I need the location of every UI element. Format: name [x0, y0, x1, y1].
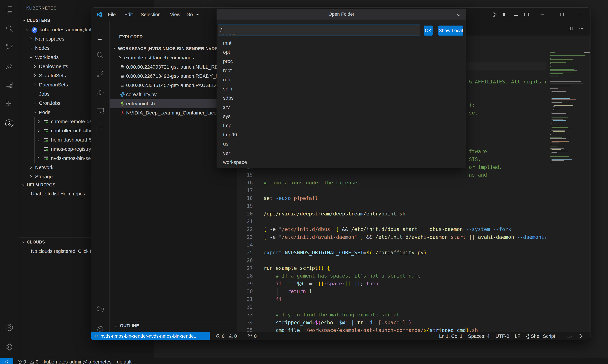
warning-count[interactable]: 0: [234, 333, 237, 339]
timeline-section-header[interactable]: TIMELINE: [110, 330, 236, 332]
chevron-down-icon: [29, 55, 33, 59]
maximize-icon[interactable]: [559, 12, 565, 17]
outline-section-header[interactable]: OUTLINE: [110, 321, 236, 330]
file-item-label: entrypoint.sh: [126, 101, 155, 106]
debug[interactable]: [5, 61, 14, 71]
menu-selection[interactable]: Selection: [138, 10, 163, 19]
explorer-icon[interactable]: [96, 32, 105, 41]
search[interactable]: [5, 24, 14, 33]
search-icon[interactable]: [96, 50, 105, 60]
error-count[interactable]: 0: [222, 333, 224, 339]
code-line: # limitations under the License.: [264, 179, 360, 187]
folder-item-usr[interactable]: usr: [217, 139, 466, 148]
chevron-right-icon: [118, 56, 122, 60]
encoding[interactable]: UTF-8: [496, 333, 509, 339]
remote-icon[interactable]: [4, 359, 10, 364]
extensions-icon[interactable]: [96, 125, 105, 134]
files[interactable]: [5, 5, 14, 14]
minimap-line: [554, 105, 573, 105]
errors-icon[interactable]: [216, 334, 221, 339]
language-mode[interactable]: {} Shell Script: [526, 333, 555, 339]
section-helm-repos[interactable]: HELM REPOS: [27, 182, 55, 188]
git[interactable]: [5, 43, 14, 52]
remote-explorer-icon[interactable]: [96, 106, 105, 116]
menu-view[interactable]: View: [167, 10, 183, 19]
copilot-icon[interactable]: [567, 333, 572, 339]
chevron-down-icon[interactable]: [22, 183, 26, 187]
toggle-secondary-sidebar-icon[interactable]: [524, 12, 529, 17]
namespace[interactable]: default: [117, 359, 131, 364]
editor-actions-more-icon[interactable]: [579, 26, 584, 31]
toggle-panel-icon[interactable]: [513, 12, 519, 17]
menu-file[interactable]: File: [105, 10, 119, 19]
remote[interactable]: [5, 80, 14, 90]
menu-more-icon[interactable]: [195, 12, 200, 17]
menu-go[interactable]: Go: [184, 10, 196, 19]
minimap-line: [552, 100, 576, 100]
cluster-context[interactable]: kubernetes-admin@kubernetes: [44, 359, 111, 364]
folder-path-input[interactable]: /: [218, 25, 420, 36]
screen: KUBERNETESCLUSTERSkubernetes-admin@kuber…: [0, 0, 608, 364]
kubernetes-icon[interactable]: [4, 118, 14, 128]
helm-repos-message: Unable to list Helm repos: [31, 191, 85, 197]
folder-item-srv[interactable]: srv: [217, 103, 466, 112]
folder-item-run[interactable]: run: [217, 75, 466, 84]
indentation[interactable]: Spaces: 4: [468, 333, 490, 339]
eol-sequence[interactable]: LF: [515, 333, 520, 339]
outer-warning-count[interactable]: 0: [36, 359, 38, 364]
chevron-down-icon[interactable]: [22, 240, 26, 244]
chevron-down-icon[interactable]: [22, 18, 26, 23]
folder-list: mediamntoptprocrootrunsbinsdpssrvsystmpt…: [217, 35, 466, 168]
folder-item-proc[interactable]: proc: [217, 57, 466, 66]
minimap-line: [552, 102, 562, 103]
chevron-right-icon: [36, 129, 41, 133]
ext[interactable]: [5, 99, 14, 108]
folder-item-media[interactable]: media: [217, 35, 466, 38]
pod-icon: [43, 137, 49, 143]
eye-icon[interactable]: [456, 12, 462, 18]
minimize-icon[interactable]: [540, 12, 545, 17]
remote-status[interactable]: nvds-nmos-bin-sender-nvds-nmos-bin-sende…: [91, 332, 210, 340]
folder-item-tmp[interactable]: tmp: [217, 121, 466, 130]
folder-item-opt[interactable]: opt: [217, 47, 466, 57]
folder-item-sbin[interactable]: sbin: [217, 84, 466, 93]
minimap-line: [550, 126, 560, 126]
folder-item-root[interactable]: root: [217, 66, 466, 75]
folder-item-mnt[interactable]: mnt: [217, 38, 466, 47]
notifications-bell-icon[interactable]: [578, 333, 583, 339]
ports-count[interactable]: 0: [254, 333, 257, 339]
show-local-button[interactable]: Show Local: [438, 26, 463, 36]
folder-item-tmp99[interactable]: tmp99: [217, 130, 466, 139]
layout-customize-icon[interactable]: [492, 12, 498, 17]
close-icon[interactable]: [578, 12, 584, 17]
pdf-icon: [120, 110, 125, 116]
folder-item-workspace[interactable]: workspace: [217, 157, 466, 167]
source-control-icon[interactable]: [96, 69, 105, 78]
outer-error-count[interactable]: 0: [23, 359, 26, 364]
folder-item-sys[interactable]: sys: [217, 112, 466, 121]
toggle-sidebar-icon[interactable]: [502, 12, 508, 17]
account-icon[interactable]: [96, 304, 105, 314]
chevron-down-icon: [33, 110, 37, 115]
open-folder-dialog: Open Folder / OK Show Local mediamntoptp…: [217, 9, 466, 168]
minimap-line: [550, 137, 562, 137]
minimap[interactable]: [546, 36, 591, 332]
folder-item-sdps[interactable]: sdps: [217, 93, 466, 103]
ok-button[interactable]: OK: [424, 26, 433, 36]
section-clusters[interactable]: CLUSTERS: [27, 18, 50, 23]
settings-gear-icon[interactable]: [5, 342, 14, 352]
warnings-icon[interactable]: [29, 359, 35, 364]
ports-icon[interactable]: [248, 334, 252, 339]
warnings-icon[interactable]: [228, 334, 233, 339]
folder-item-var[interactable]: var: [217, 148, 466, 157]
section-clouds[interactable]: CLOUDS: [27, 239, 45, 245]
line-number: 24: [243, 241, 253, 249]
minimap-line: [552, 140, 566, 140]
run-debug-icon[interactable]: [96, 88, 105, 97]
errors-icon[interactable]: [17, 359, 22, 364]
split-editor-icon[interactable]: [568, 26, 573, 31]
cursor-position[interactable]: Ln 1, Col 1: [439, 333, 462, 339]
chevron-right-icon: [33, 101, 37, 105]
menu-edit[interactable]: Edit: [122, 10, 136, 19]
account-icon[interactable]: [5, 323, 14, 332]
